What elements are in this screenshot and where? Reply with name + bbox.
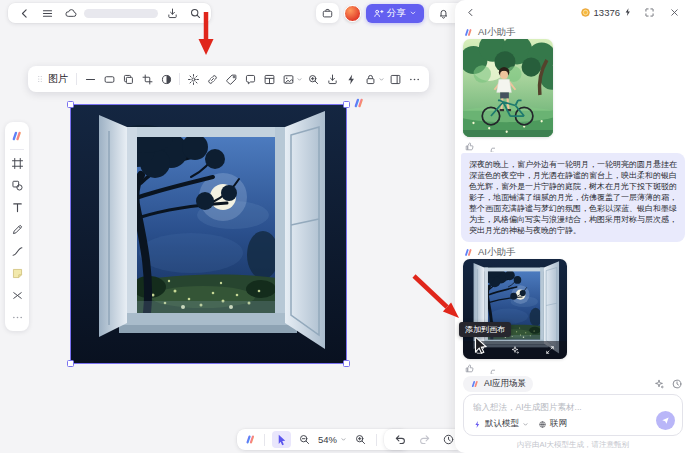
thumbs-up-icon[interactable] [464, 363, 475, 374]
bell-icon[interactable] [434, 4, 452, 22]
model-selector-label: 默认模型 [485, 418, 519, 430]
download-icon[interactable] [323, 70, 341, 88]
close-panel-icon[interactable] [665, 3, 683, 21]
globe-icon [538, 420, 547, 429]
panel-back-icon[interactable] [463, 3, 477, 21]
stroke-icon[interactable] [81, 70, 99, 88]
panel-header: 13376 [455, 0, 691, 24]
network-label: 联网 [550, 418, 567, 430]
zoom-out-icon[interactable] [295, 431, 313, 449]
menu-icon[interactable] [38, 4, 56, 22]
select-tool-icon[interactable] [272, 431, 291, 448]
add-to-canvas-icon[interactable] [475, 345, 485, 355]
bot-name-row: AI小助手 [463, 26, 515, 39]
chat-history-icon[interactable] [671, 378, 683, 390]
link-icon[interactable] [203, 70, 221, 88]
briefcase-icon [321, 7, 334, 20]
expand-image-icon[interactable] [545, 345, 555, 355]
resize-handle-bottom-left[interactable] [67, 360, 74, 367]
image-context-toolbar: 图片 [28, 66, 429, 92]
more-icon[interactable] [405, 70, 423, 88]
contrast-icon[interactable] [157, 70, 175, 88]
ai-edit-icon[interactable] [510, 345, 520, 355]
chevron-down-icon[interactable] [296, 76, 303, 83]
text-tool-icon[interactable] [8, 198, 27, 217]
lock-icon[interactable] [361, 70, 379, 88]
thumbs-down-icon[interactable] [484, 141, 495, 152]
generated-image-bike[interactable] [463, 39, 553, 137]
lightning-icon [473, 420, 482, 429]
thumbs-up-icon[interactable] [464, 141, 475, 152]
section-tool-icon[interactable] [8, 286, 27, 305]
credits-amount: 13376 [594, 7, 620, 18]
moonlit-window-painting [71, 105, 346, 363]
selection-ai-badge-icon[interactable] [352, 96, 366, 110]
chevron-down-icon[interactable] [378, 76, 385, 83]
recharge-icon[interactable] [623, 7, 633, 17]
ai-scene-button[interactable]: AI应用场景 [463, 376, 533, 392]
import-icon[interactable] [163, 4, 181, 22]
settings-icon[interactable] [184, 70, 202, 88]
history-toolbar [384, 429, 464, 450]
generated-image-window[interactable] [463, 259, 567, 359]
undo-icon[interactable] [391, 431, 409, 449]
connector-tool-icon[interactable] [8, 242, 27, 261]
chevron-down-icon [409, 9, 417, 17]
zoom-level[interactable]: 54% [318, 434, 337, 445]
thumbs-down-icon[interactable] [484, 363, 495, 374]
cloud-sync-icon [61, 4, 79, 22]
zoom-in-icon[interactable] [351, 431, 369, 449]
assistant-message-bubble: 深夜的晚上，窗户外边有一轮明月，一轮明亮的圆月悬挂在深蓝色的夜空中，月光洒在静谧… [461, 153, 685, 242]
credits-badge: 13376 [580, 7, 633, 18]
chevron-down-icon [522, 421, 529, 428]
document-toolbar [8, 3, 211, 23]
more-tools-icon[interactable] [8, 308, 27, 327]
frame-image-icon[interactable] [279, 70, 297, 88]
card-style-icon[interactable] [100, 70, 118, 88]
avatar[interactable] [344, 5, 361, 22]
network-toggle[interactable]: 联网 [538, 418, 567, 430]
selection-type-label: 图片 [48, 72, 68, 86]
bot-name: AI小助手 [478, 246, 515, 259]
crop-icon[interactable] [138, 70, 156, 88]
paper-plane-icon [661, 416, 670, 425]
tag-icon[interactable] [222, 70, 240, 88]
coin-icon [580, 7, 591, 18]
panel-icon[interactable] [386, 70, 404, 88]
feedback-row [464, 141, 495, 152]
send-button[interactable] [656, 411, 675, 430]
magic-icon[interactable] [342, 70, 360, 88]
ai-zoom-icon[interactable] [304, 70, 322, 88]
feedback-row [464, 363, 495, 374]
workspace-button[interactable] [316, 3, 339, 23]
ai-assistant-panel: 13376 AI小助手 深夜的晚上，窗户外边有一轮明月，一轮明亮的圆月悬挂在深蓝… [455, 0, 691, 453]
resize-handle-top-right[interactable] [343, 101, 350, 108]
brand-ai-icon[interactable] [8, 126, 27, 145]
back-icon[interactable] [15, 4, 33, 22]
expand-panel-icon[interactable] [640, 3, 658, 21]
image-hover-actions [463, 341, 567, 359]
drag-handle-icon[interactable] [34, 70, 46, 88]
ai-disclaimer: 内容由AI大模型生成，请注意甄别 [455, 440, 691, 450]
search-icon[interactable] [186, 4, 204, 22]
sticky-note-tool-icon[interactable] [8, 264, 27, 283]
pen-tool-icon[interactable] [8, 220, 27, 239]
frame-tool-icon[interactable] [8, 154, 27, 173]
resize-handle-bottom-right[interactable] [343, 360, 350, 367]
duplicate-icon[interactable] [119, 70, 137, 88]
table-icon[interactable] [260, 70, 278, 88]
app-screen: 分享 图片 [0, 0, 691, 453]
share-button[interactable]: 分享 [366, 4, 424, 23]
redo-icon[interactable] [415, 431, 433, 449]
shapes-tool-icon[interactable] [8, 176, 27, 195]
canvas-selected-image[interactable] [71, 105, 346, 363]
person-plus-icon [373, 8, 384, 19]
model-selector[interactable]: 默认模型 [473, 418, 529, 430]
scene-button-label: AI应用场景 [484, 378, 526, 390]
resize-handle-top-left[interactable] [67, 101, 74, 108]
document-title-blurred[interactable] [84, 9, 158, 18]
prompt-library-icon[interactable] [653, 378, 665, 390]
comment-icon[interactable] [241, 70, 259, 88]
bot-name-row: AI小助手 [463, 246, 515, 259]
prompt-input[interactable] [473, 400, 673, 413]
